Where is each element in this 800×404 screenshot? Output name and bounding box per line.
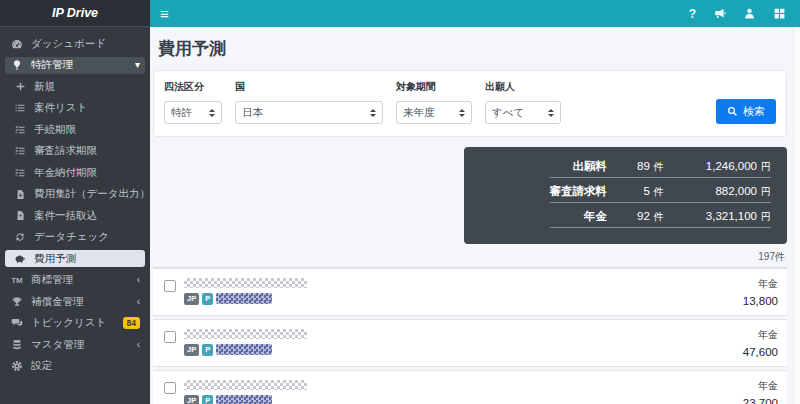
filter-country: 国 日本 — [235, 80, 383, 124]
fee-amount: 47,600 — [743, 346, 778, 358]
fee-amount: 23,700 — [743, 397, 778, 404]
redacted-case-number-badge — [216, 293, 272, 304]
row-checkbox[interactable] — [164, 331, 176, 343]
list-icon — [13, 145, 27, 157]
sidebar-item-patent-management[interactable]: 特許管理 ▾ — [5, 57, 145, 74]
row-checkbox[interactable] — [164, 382, 176, 394]
list-item: JP P 年金 47,600 — [153, 319, 787, 367]
sidebar-item-settings[interactable]: 設定 — [5, 358, 145, 375]
trophy-icon — [10, 296, 24, 308]
sidebar-item-annuity-deadline[interactable]: 年金納付期限 — [5, 164, 145, 181]
law-type-badge: P — [202, 293, 213, 305]
chevron-left-icon: ‹ — [137, 340, 140, 350]
sidebar-item-data-check[interactable]: データチェック — [5, 229, 145, 246]
forecast-list: JP P 年金 13,800 — [153, 267, 787, 404]
redacted-case-number-badge — [216, 344, 272, 355]
chevron-left-icon: ‹ — [137, 275, 140, 285]
database-icon — [10, 339, 24, 351]
user-icon[interactable] — [743, 7, 756, 20]
filter-panel: 四法区分 特許 国 日本 対象期間 — [153, 70, 787, 137]
country-select[interactable]: 日本 — [235, 101, 383, 124]
sync-icon — [13, 231, 27, 243]
comments-icon — [10, 317, 24, 329]
brand-logo: IP Drive — [0, 0, 150, 27]
count-unit: 件 — [654, 161, 664, 172]
apps-grid-icon[interactable] — [773, 7, 786, 20]
sidebar-item-bulk-import[interactable]: 案件一括取込 — [5, 207, 145, 224]
select-arrows-icon — [370, 109, 376, 117]
scrollbar[interactable] — [793, 27, 800, 404]
sidebar-item-label: マスタ管理 — [31, 338, 84, 352]
sidebar-item-procedure-deadline[interactable]: 手続期限 — [5, 121, 145, 138]
sidebar-item-dashboard[interactable]: ダッシュボード — [5, 35, 145, 52]
select-arrows-icon — [459, 109, 465, 117]
chevron-down-icon: ▾ — [135, 60, 140, 70]
filter-label: 国 — [235, 80, 383, 94]
sidebar-item-compensation-management[interactable]: 補償金管理 ‹ — [5, 293, 145, 310]
summary-label: 審査請求料 — [550, 178, 608, 203]
fee-type-label: 年金 — [743, 379, 778, 393]
redacted-case-number-badge — [216, 395, 272, 404]
count-unit: 件 — [654, 211, 664, 222]
applicant-select[interactable]: すべて — [485, 101, 561, 124]
list-icon — [13, 102, 27, 114]
page-content: 費用予測 四法区分 特許 国 日本 — [150, 27, 793, 404]
amount-unit: 円 — [761, 186, 771, 197]
menu-icon[interactable]: ≡ — [160, 6, 169, 21]
sidebar: IP Drive ダッシュボード 特許管理 ▾ 新規 案件リスト 手 — [0, 0, 150, 404]
filter-law-category: 四法区分 特許 — [164, 80, 222, 124]
row-checkbox[interactable] — [164, 280, 176, 292]
sidebar-item-label: 手続期限 — [34, 123, 76, 137]
filter-applicant: 出願人 すべて — [485, 80, 561, 124]
law-type-badge: P — [202, 395, 213, 404]
cost-summary-table: 出願料 89件 1,246,000円 審査請求料 5件 882,000円 年金 — [550, 153, 771, 228]
sidebar-item-cost-export[interactable]: 費用集計（データ出力） — [5, 186, 145, 203]
list-item: JP P 年金 13,800 — [153, 268, 787, 316]
sidebar-item-exam-request-deadline[interactable]: 審査請求期限 — [5, 143, 145, 160]
select-value: すべて — [492, 106, 524, 120]
summary-count: 92 — [637, 210, 650, 222]
megaphone-icon[interactable] — [713, 7, 726, 20]
country-badge: JP — [184, 344, 199, 356]
select-arrows-icon — [548, 109, 554, 117]
summary-label: 年金 — [550, 203, 608, 228]
search-button[interactable]: 検索 — [716, 99, 776, 124]
summary-count: 89 — [637, 160, 650, 172]
summary-amount: 882,000 — [715, 185, 757, 197]
sidebar-nav: ダッシュボード 特許管理 ▾ 新規 案件リスト 手続期限 審査請 — [0, 27, 150, 379]
lightbulb-icon — [10, 59, 24, 71]
filter-label: 四法区分 — [164, 80, 222, 94]
target-period-select[interactable]: 来年度 — [396, 101, 472, 124]
summary-amount: 3,321,100 — [706, 210, 757, 222]
amount-unit: 円 — [761, 161, 771, 172]
gauge-icon — [10, 38, 24, 50]
fee-type-label: 年金 — [743, 328, 778, 342]
chevron-left-icon: ‹ — [137, 297, 140, 307]
summary-row-exam-request-fee: 審査請求料 5件 882,000円 — [550, 178, 771, 203]
redacted-case-title — [184, 278, 307, 288]
search-button-label: 検索 — [743, 104, 765, 119]
law-category-select[interactable]: 特許 — [164, 101, 222, 124]
sidebar-item-topic-list[interactable]: トピックリスト 84 — [5, 315, 145, 332]
header-actions: ? — [689, 7, 786, 21]
select-value: 来年度 — [403, 106, 435, 120]
help-icon[interactable]: ? — [689, 7, 696, 21]
sidebar-item-master-management[interactable]: マスタ管理 ‹ — [5, 336, 145, 353]
sidebar-item-label: 商標管理 — [31, 273, 73, 287]
sidebar-item-label: 費用予測 — [34, 252, 76, 266]
sidebar-item-label: 特許管理 — [31, 58, 73, 72]
sidebar-item-cost-forecast[interactable]: 費用予測 — [5, 250, 145, 267]
select-value: 日本 — [242, 106, 263, 120]
sidebar-item-label: 新規 — [34, 80, 55, 94]
summary-row-annuity: 年金 92件 3,321,100円 — [550, 203, 771, 228]
sidebar-item-new[interactable]: 新規 — [5, 78, 145, 95]
filter-label: 対象期間 — [396, 80, 472, 94]
sidebar-item-case-list[interactable]: 案件リスト — [5, 100, 145, 117]
topic-count-badge: 84 — [123, 317, 140, 329]
search-icon — [727, 106, 738, 117]
fee-type-label: 年金 — [743, 277, 778, 291]
summary-row-filing-fee: 出願料 89件 1,246,000円 — [550, 153, 771, 178]
sidebar-item-trademark-management[interactable]: TM 商標管理 ‹ — [5, 272, 145, 289]
result-count: 197件 — [153, 250, 785, 264]
tm-icon: TM — [10, 276, 24, 285]
